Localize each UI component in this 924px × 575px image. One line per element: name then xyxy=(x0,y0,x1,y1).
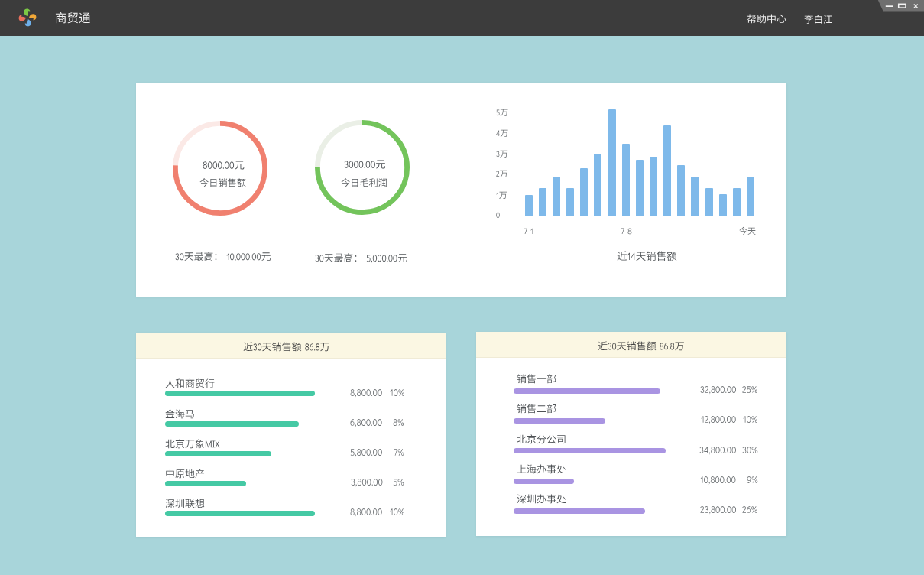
titlebar: 商贸通 帮助中心 李白江 xyxy=(0,0,924,36)
rank-row-label: 中原地产 xyxy=(165,466,205,481)
sales-donut-label: 今日销售额 xyxy=(199,176,246,190)
rank-row-label: 深圳办事处 xyxy=(517,492,566,506)
maximize-button[interactable] xyxy=(893,0,906,12)
rank-row-percent: 10% xyxy=(743,412,757,426)
rank-row-percent: 9% xyxy=(747,473,758,486)
bar-day-4 xyxy=(566,188,574,216)
rank-row-label: 人和商贸行 xyxy=(165,376,215,391)
sales-donut-footnote: 30天最高：10,000.00元 xyxy=(175,249,271,264)
rank-row-bar xyxy=(514,479,574,484)
rank-row-label: 北京分公司 xyxy=(517,432,566,447)
rank-row-bar xyxy=(165,451,271,456)
bar-day-16 xyxy=(733,188,741,216)
rank-row-label: 深圳联想 xyxy=(165,496,205,511)
rank-row-percent: 10% xyxy=(390,385,404,399)
rank-row-value: 8,800.00 xyxy=(350,505,382,518)
bar-day-14 xyxy=(705,188,713,216)
rank-row-percent: 10% xyxy=(390,505,404,518)
menu-user-name[interactable]: 李白江 xyxy=(804,12,833,26)
x-axis-label-7-1: 7-1 xyxy=(524,225,533,237)
rank-row-label: 销售一部 xyxy=(517,372,556,386)
rank-row-label: 上海办事处 xyxy=(517,462,566,476)
bar-day-9 xyxy=(636,160,644,216)
customer-card: 近30天销售额 86.8万人和商贸行8,800.0010%金海马6,800.00… xyxy=(136,333,446,537)
sales-14d-bar-chart xyxy=(525,83,762,216)
y-axis-tick-4万: 4万 xyxy=(496,127,508,139)
rank-row-percent: 26% xyxy=(742,502,757,516)
overview-card: 8000.00元 今日销售额 30天最高：10,000.00元 3000.00元… xyxy=(136,83,786,297)
rank-row-percent: 30% xyxy=(742,443,758,456)
app-window: { "window": { "app_title": "商贸通", "contr… xyxy=(0,0,924,575)
x-axis-label-7-8: 7-8 xyxy=(621,225,632,237)
rank-row-value: 10,800.00 xyxy=(700,473,736,486)
rank-row-value: 6,800.00 xyxy=(350,415,382,429)
rank-row-percent: 8% xyxy=(393,415,404,429)
bar-day-12 xyxy=(677,165,685,216)
bar-chart-title: 近14天销售额 xyxy=(617,249,677,264)
profit-donut-value: 3000.00元 xyxy=(344,157,386,171)
bar-day-2 xyxy=(539,188,546,216)
y-axis-tick-5万: 5万 xyxy=(496,106,508,119)
rank-row-label: 销售二部 xyxy=(517,401,556,416)
rank-row-value: 34,800.00 xyxy=(699,443,737,456)
bar-day-17 xyxy=(747,177,754,216)
rank-row-bar xyxy=(514,448,666,453)
bar-day-3 xyxy=(553,177,560,216)
rank-row-value: 23,800.00 xyxy=(700,502,737,516)
bar-day-6 xyxy=(594,154,601,216)
rank-row-label: 北京万象MIX xyxy=(165,437,219,451)
rank-row-label: 金海马 xyxy=(165,407,195,421)
y-axis-tick-2万: 2万 xyxy=(496,167,508,180)
y-axis-tick-3万: 3万 xyxy=(496,148,508,160)
rank-row-percent: 7% xyxy=(394,445,404,459)
y-axis-tick-1万: 1万 xyxy=(496,189,507,201)
customer-card-title: 近30天销售额 86.8万 xyxy=(243,339,330,354)
bar-day-7 xyxy=(608,109,616,216)
rank-row-bar xyxy=(514,418,605,424)
rank-row-bar xyxy=(165,391,315,396)
rank-row-bar xyxy=(514,388,660,394)
window-controls xyxy=(877,0,924,12)
rank-row-value: 12,800.00 xyxy=(701,412,736,426)
bar-day-11 xyxy=(663,125,671,216)
rank-row-percent: 5% xyxy=(393,475,404,489)
menu-help-center[interactable]: 帮助中心 xyxy=(747,11,786,26)
minimize-button[interactable] xyxy=(880,0,893,12)
department-card-title: 近30天销售额 86.8万 xyxy=(598,339,685,353)
rank-row-bar xyxy=(165,421,299,427)
app-title: 商贸通 xyxy=(55,9,91,27)
rank-row-bar xyxy=(165,481,246,486)
profit-donut-label: 今日毛利润 xyxy=(341,176,387,190)
bar-day-13 xyxy=(691,177,699,216)
bar-day-5 xyxy=(580,168,588,216)
rank-row-value: 5,800.00 xyxy=(350,445,382,459)
app-logo-pinwheel-icon xyxy=(18,8,37,28)
y-axis-tick-0: 0 xyxy=(496,209,500,221)
bar-day-10 xyxy=(650,157,657,216)
sales-donut-value: 8000.00元 xyxy=(203,158,245,172)
rank-row-bar xyxy=(514,508,645,514)
rank-row-value: 32,800.00 xyxy=(700,382,737,396)
x-axis-label-today: 今天 xyxy=(739,225,756,237)
department-card: 近30天销售额 86.8万销售一部32,800.0025%销售二部12,800.… xyxy=(476,332,786,536)
bar-day-8 xyxy=(622,144,630,216)
rank-row-value: 8,800.00 xyxy=(350,385,382,399)
rank-row-value: 3,800.00 xyxy=(351,475,383,489)
profit-donut-footnote: 30天最高：5,000.00元 xyxy=(315,251,407,265)
bar-day-15 xyxy=(719,194,727,216)
close-button[interactable] xyxy=(912,0,924,12)
rank-row-bar xyxy=(165,511,315,516)
bar-day-1 xyxy=(525,195,533,216)
rank-row-percent: 25% xyxy=(742,382,757,396)
